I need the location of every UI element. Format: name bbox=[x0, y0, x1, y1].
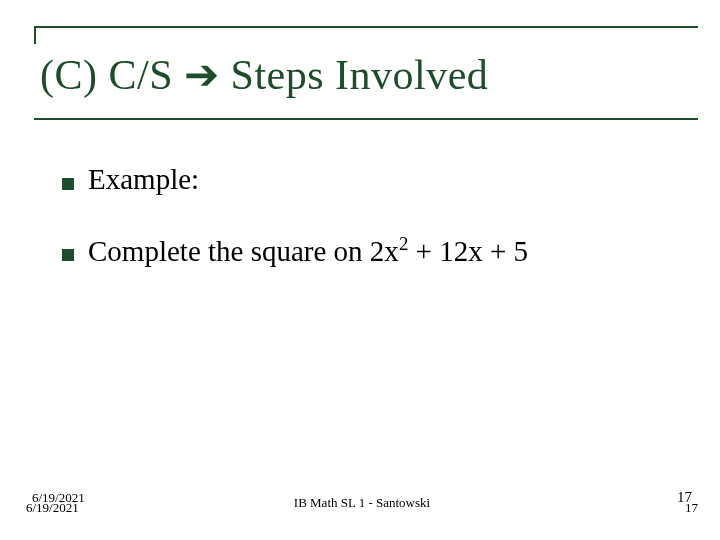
slide-footer: 6/19/2021 6/19/2021 IB Math SL 1 - Santo… bbox=[26, 490, 698, 520]
slide-title: (C) C/S ➔ Steps Involved bbox=[40, 50, 488, 99]
bullet-square-icon bbox=[62, 249, 74, 261]
arrow-icon: ➔ bbox=[184, 52, 220, 98]
title-suffix: Steps Involved bbox=[220, 52, 489, 98]
list-item: Example: bbox=[62, 162, 700, 197]
title-prefix: (C) C/S bbox=[40, 52, 184, 98]
footer-page-number-shadow: 17 bbox=[685, 500, 698, 516]
exponent: 2 bbox=[399, 233, 408, 254]
bullet-text-post: + 12x + 5 bbox=[408, 234, 528, 266]
bullet-list: Example: Complete the square on 2x2 + 12… bbox=[62, 162, 700, 304]
bullet-text: Complete the square on 2x2 + 12x + 5 bbox=[88, 233, 528, 268]
title-rule-left-drop bbox=[34, 26, 36, 44]
bullet-text-pre: Complete the square on 2x bbox=[88, 234, 399, 266]
bullet-text: Example: bbox=[88, 162, 199, 197]
title-rule-bottom bbox=[34, 118, 698, 120]
bullet-square-icon bbox=[62, 178, 74, 190]
list-item: Complete the square on 2x2 + 12x + 5 bbox=[62, 233, 700, 268]
footer-course: IB Math SL 1 - Santowski bbox=[26, 495, 698, 511]
title-rule-top bbox=[34, 26, 698, 28]
